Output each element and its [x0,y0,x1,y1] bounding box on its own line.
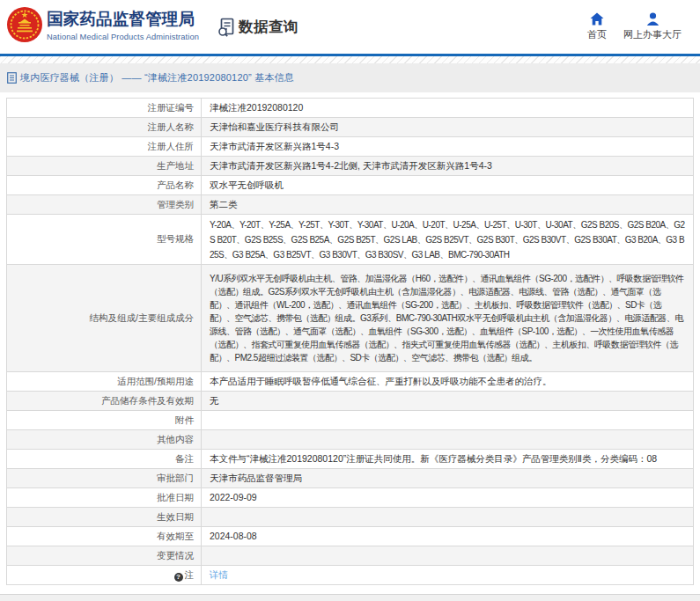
footer-band [0,594,700,601]
table-row: ?注详情 [7,566,694,585]
note-icon: ? [174,573,183,582]
table-row: 管理类别第二类 [7,195,694,215]
row-label: 注册人名称 [7,118,202,137]
row-value: 天津市药品监督管理局 [202,469,694,488]
table-row: 结构及组成/主要组成成分Y/U系列双水平无创呼吸机由主机、管路、加温湿化器（H6… [7,265,694,372]
table-row: 生效日期 [7,508,694,527]
row-label: ?注 [7,566,202,585]
row-value: Y-20A、Y-20T、Y-25A、Y-25T、Y-30T、Y-30AT、U-2… [202,215,694,265]
document-icon [7,72,17,84]
table-row: 型号规格Y-20A、Y-20T、Y-25A、Y-25T、Y-30T、Y-30AT… [7,215,694,265]
row-value: 津械注准20192080120 [202,99,694,118]
row-label: 备注 [7,450,202,469]
row-value: 第二类 [202,195,694,215]
row-value: 双水平无创呼吸机 [202,176,694,195]
row-value: 天津怡和嘉业医疗科技有限公司 [202,118,694,137]
table-row: 变更情况 [7,546,694,566]
data-query-section: 数据查询 [217,18,298,37]
row-label: 结构及组成/主要组成成分 [7,265,202,372]
stripe-band [0,56,700,63]
row-value: 无 [202,392,694,411]
row-value: 本产品适用于睡眠呼吸暂停低通气综合征、严重打鼾以及呼吸功能不全患者的治疗。 [202,372,694,392]
footer-space [0,585,700,594]
row-label: 批准日期 [7,488,202,508]
row-label: 其他内容 [7,430,202,450]
home-icon [590,12,604,26]
user-icon [646,12,659,26]
row-label: 产品名称 [7,176,202,195]
row-label: 管理类别 [7,195,202,215]
table-row: 附件 [7,411,694,430]
nav-home-label: 首页 [587,28,607,41]
table-row: 生产地址天津市武清开发区新兴路1号4-2北侧, 天津市武清开发区新兴路1号4-3 [7,157,694,176]
detail-link[interactable]: 详情 [210,569,228,580]
row-value [202,430,694,450]
row-label: 有效期至 [7,527,202,546]
row-value [202,546,694,566]
nav-online-hall-label: 网上办事大厅 [623,28,682,41]
row-label: 生效日期 [7,508,202,527]
row-label: 变更情况 [7,546,202,566]
row-label: 适用范围/预期用途 [7,372,202,392]
row-value [202,411,694,430]
table-row: 审批部门天津市药品监督管理局 [7,469,694,488]
table-row: 产品储存条件及有效期无 [7,392,694,411]
row-label: 产品储存条件及有效期 [7,392,202,411]
table-row: 注册人住所天津市武清开发区新兴路1号4-3 [7,137,694,157]
row-label: 注册证编号 [7,99,202,118]
table-row: 有效期至2024-08-08 [7,527,694,546]
table-row: 其他内容 [7,430,694,450]
site-subtitle: National Medical Products Administration [47,33,199,41]
registration-detail-table: 注册证编号津械注准20192080120注册人名称天津怡和嘉业医疗科技有限公司注… [6,98,694,585]
row-label: 注册人住所 [7,137,202,157]
table-row: 适用范围/预期用途本产品适用于睡眠呼吸暂停低通气综合征、严重打鼾以及呼吸功能不全… [7,372,694,392]
table-row: 注册证编号津械注准20192080120 [7,99,694,118]
detail-table-body: 注册证编号津械注准20192080120注册人名称天津怡和嘉业医疗科技有限公司注… [7,99,694,585]
breadcrumb-text: 境内医疗器械（注册） —— “津械注准20192080120” 基本信息 [20,71,294,84]
row-value: 2022-09-09 [202,488,694,508]
national-emblem-logo [7,7,42,42]
row-label: 审批部门 [7,469,202,488]
row-value: Y/U系列双水平无创呼吸机由主机、管路、加温湿化器（H60，选配件）、通讯血氧组… [202,265,694,372]
site-header: 国家药品监督管理局 National Medical Products Admi… [0,0,700,54]
site-title: 国家药品监督管理局 [47,8,199,30]
table-row: 产品名称双水平无创呼吸机 [7,176,694,195]
row-label: 生产地址 [7,157,202,176]
nav-online-hall[interactable]: 网上办事大厅 [623,12,682,41]
row-value: 天津市武清开发区新兴路1号4-2北侧, 天津市武清开发区新兴路1号4-3 [202,157,694,176]
nav-home[interactable]: 首页 [583,12,611,41]
table-row: 备注本文件与“津械注准20192080120”注册证共同使用。新《医疗器械分类目… [7,450,694,469]
row-value: 详情 [202,566,694,585]
row-value: 本文件与“津械注准20192080120”注册证共同使用。新《医疗器械分类目录》… [202,450,694,469]
table-row: 批准日期2022-09-09 [7,488,694,508]
table-row: 注册人名称天津怡和嘉业医疗科技有限公司 [7,118,694,137]
breadcrumb: 境内医疗器械（注册） —— “津械注准20192080120” 基本信息 [0,63,700,92]
data-query-label: 数据查询 [239,18,298,37]
row-label: 附件 [7,411,202,430]
row-label: 型号规格 [7,215,202,265]
row-value [202,508,694,527]
data-query-icon [217,18,236,37]
brand-block: 国家药品监督管理局 National Medical Products Admi… [47,8,199,41]
row-value: 2024-08-08 [202,527,694,546]
row-value: 天津市武清开发区新兴路1号4-3 [202,137,694,157]
